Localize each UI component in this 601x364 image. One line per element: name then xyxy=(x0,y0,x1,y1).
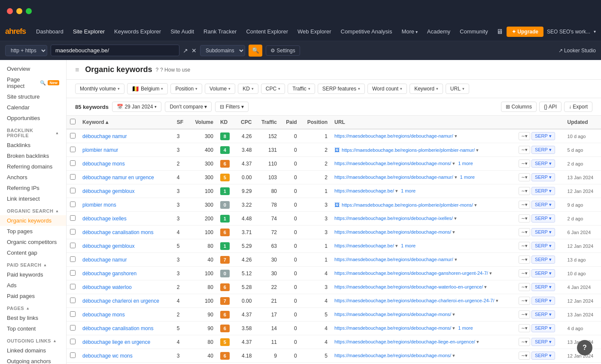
dropdown-icon[interactable]: ▾ xyxy=(484,284,487,289)
url-link[interactable]: https://maesdebouchage.be/ xyxy=(334,243,394,248)
clear-icon[interactable]: ✕ xyxy=(191,47,197,54)
serp-button[interactable]: SERP ▾ xyxy=(531,228,555,236)
sidebar-item-top-content[interactable]: Top content xyxy=(0,323,66,334)
th-keyword[interactable]: Keyword ▴ xyxy=(79,116,173,129)
volume-filter[interactable]: Volume ▾ xyxy=(205,84,235,94)
nav-keywords-explorer[interactable]: Keywords Explorer xyxy=(110,26,165,37)
how-to-link[interactable]: ? ? How to use xyxy=(155,67,190,73)
serp-button[interactable]: SERP ▾ xyxy=(531,201,555,209)
trend-button[interactable]: ∼▾ xyxy=(519,242,530,250)
row-checkbox[interactable] xyxy=(67,363,79,364)
trend-button[interactable]: ∼▾ xyxy=(519,159,530,168)
settings-button[interactable]: ⚙ Settings xyxy=(266,45,300,56)
sidebar-item-ads[interactable]: Ads xyxy=(0,280,66,291)
dropdown-icon[interactable]: ▾ xyxy=(452,161,455,166)
row-checkbox[interactable] xyxy=(67,267,79,280)
keyword-link[interactable]: débouchage ixelles xyxy=(82,216,127,222)
dropdown-icon[interactable]: ▾ xyxy=(452,312,455,317)
trend-button[interactable]: ∼▾ xyxy=(519,283,530,291)
sidebar-section-backlink[interactable]: Backlink profile ▲ xyxy=(0,123,66,140)
trend-button[interactable]: ∼▾ xyxy=(519,228,530,236)
trend-button[interactable]: ∼▾ xyxy=(519,310,530,319)
row-checkbox[interactable] xyxy=(67,280,79,294)
dropdown-icon[interactable]: ▾ xyxy=(496,298,498,303)
dropdown-icon[interactable]: ▾ xyxy=(474,202,477,208)
trend-button[interactable]: ∼▾ xyxy=(519,214,530,223)
sidebar-item-linked-domains[interactable]: Linked domains xyxy=(0,345,66,356)
serp-button[interactable]: SERP ▾ xyxy=(531,159,555,168)
keyword-link[interactable]: débouchage waterloo xyxy=(82,284,132,290)
sidebar-item-opportunities[interactable]: Opportunities xyxy=(0,113,66,123)
th-traffic[interactable]: Traffic xyxy=(255,116,280,129)
serp-button[interactable]: SERP ▾ xyxy=(531,214,555,223)
nav-site-explorer[interactable]: Site Explorer xyxy=(69,26,109,37)
serp-button[interactable]: SERP ▾ xyxy=(531,310,555,319)
th-cpc[interactable]: CPC xyxy=(235,116,255,129)
row-checkbox[interactable] xyxy=(67,253,79,267)
minimize-traffic-light[interactable] xyxy=(16,8,22,14)
trend-button[interactable]: ∼▾ xyxy=(519,146,530,154)
url-link[interactable]: https://maesdebouchage.be/regions/debouc… xyxy=(334,161,451,166)
position-filter[interactable]: Position ▾ xyxy=(170,84,202,94)
serp-features-filter[interactable]: SERP features ▾ xyxy=(318,84,365,94)
row-checkbox[interactable] xyxy=(67,143,79,157)
sidebar-section-pages[interactable]: Pages ▲ xyxy=(0,301,66,313)
dropdown-icon[interactable]: ▾ xyxy=(477,339,479,344)
url-link[interactable]: https://maesdebouchage.be/regions/debouc… xyxy=(334,257,453,262)
dropdown-icon[interactable]: ▾ xyxy=(489,271,492,276)
trend-button[interactable]: ∼▾ xyxy=(519,352,530,360)
nav-community[interactable]: Community xyxy=(455,26,492,37)
dropdown-icon[interactable]: ▾ xyxy=(395,243,398,248)
sidebar-item-link-intersect[interactable]: Link intersect xyxy=(0,193,66,204)
columns-button[interactable]: ⊞ Columns xyxy=(501,102,537,112)
trend-button[interactable]: ∼▾ xyxy=(519,173,530,181)
help-button[interactable]: ? xyxy=(577,340,592,355)
url-link[interactable]: https://maesdebouchage.be/regions/debouc… xyxy=(334,133,453,138)
sidebar-section-organic[interactable]: Organic search ▲ xyxy=(0,204,66,215)
workspace-label[interactable]: SEO SEO's work... xyxy=(547,29,590,35)
serp-button[interactable]: SERP ▾ xyxy=(531,283,555,291)
more-link[interactable]: 1 more xyxy=(458,161,473,166)
serp-button[interactable]: SERP ▾ xyxy=(531,338,555,346)
url-link[interactable]: https://maesdebouchage.be/ xyxy=(334,188,394,193)
url-link[interactable]: https://maesdebouchage.be/regions-plombe… xyxy=(342,147,475,153)
upgrade-button[interactable]: ✦ Upgrade xyxy=(507,27,543,37)
sidebar-item-broken-backlinks[interactable]: Broken backlinks xyxy=(0,150,66,161)
row-checkbox[interactable] xyxy=(67,239,79,253)
country-filter[interactable]: 🇧🇪 Belgium ▾ xyxy=(127,83,168,94)
row-checkbox[interactable] xyxy=(67,349,79,363)
trend-button[interactable]: ∼▾ xyxy=(519,187,530,195)
row-checkbox[interactable] xyxy=(67,322,79,335)
sidebar-item-overview[interactable]: Overview xyxy=(0,63,66,74)
nav-rank-tracker[interactable]: Rank Tracker xyxy=(199,26,241,37)
sidebar-item-referring-ips[interactable]: Referring IPs xyxy=(0,183,66,193)
nav-web-explorer[interactable]: Web Explorer xyxy=(293,26,336,37)
select-all-checkbox[interactable] xyxy=(70,119,76,124)
filters-button[interactable]: ⊟ Filters ▾ xyxy=(215,102,248,112)
close-traffic-light[interactable] xyxy=(7,8,13,14)
sidebar-item-page-inspect[interactable]: Page inspect 🔍 New xyxy=(0,74,66,91)
keyword-link[interactable]: debouchage wc mons xyxy=(82,353,133,359)
sidebar-item-top-pages[interactable]: Top pages xyxy=(0,226,66,237)
dropdown-icon[interactable]: ▾ xyxy=(476,147,479,153)
keyword-link[interactable]: débouchage canalisation mons xyxy=(82,325,153,331)
keyword-link[interactable]: débouchage mons xyxy=(82,161,125,167)
dropdown-icon[interactable]: ▾ xyxy=(455,257,457,262)
dropdown-icon[interactable]: ▾ xyxy=(395,188,398,193)
cpc-filter[interactable]: CPC ▾ xyxy=(261,84,285,94)
url-link[interactable]: https://maesdebouchage.be/regions/debouc… xyxy=(334,174,453,180)
sidebar-item-calendar[interactable]: Calendar xyxy=(0,102,66,113)
row-checkbox[interactable] xyxy=(67,198,79,212)
nav-academy[interactable]: Academy xyxy=(423,26,455,37)
keyword-link[interactable]: débouchage namur en urgence xyxy=(82,174,154,180)
more-link[interactable]: 1 more xyxy=(458,325,473,331)
trend-button[interactable]: ∼▾ xyxy=(519,269,530,277)
date-button[interactable]: 📅 29 Jan 2024 ▾ xyxy=(112,102,161,112)
serp-button[interactable]: SERP ▾ xyxy=(531,352,555,360)
keyword-filter[interactable]: Keyword ▾ xyxy=(410,84,443,94)
serp-button[interactable]: SERP ▾ xyxy=(531,173,555,181)
sidebar-item-referring-domains[interactable]: Referring domains xyxy=(0,161,66,172)
sidebar-section-outgoing[interactable]: Outgoing links ▲ xyxy=(0,334,66,345)
url-link[interactable]: https://maesdebouchage.be/regions/debouc… xyxy=(334,298,494,303)
url-link[interactable]: https://maesdebouchage.be/regions/debouc… xyxy=(334,312,451,317)
